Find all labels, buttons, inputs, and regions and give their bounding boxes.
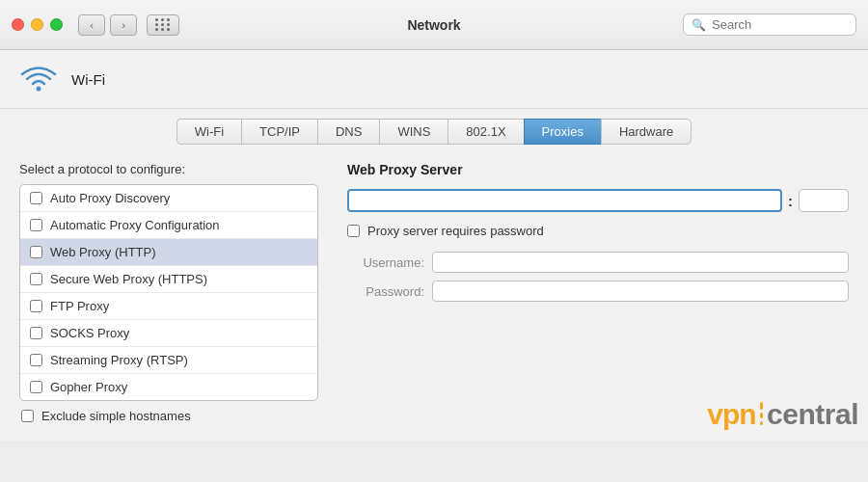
chevron-right-icon: › (122, 19, 125, 31)
grid-button[interactable] (147, 14, 179, 36)
auto-proxy-label: Auto Proxy Discovery (50, 191, 170, 205)
protocol-item-streaming[interactable]: Streaming Proxy (RTSP) (20, 347, 317, 374)
window-title: Network (407, 17, 460, 33)
secure-web-checkbox[interactable] (30, 273, 42, 285)
tab-wifi[interactable]: Wi-Fi (176, 119, 241, 145)
auto-config-label: Automatic Proxy Configuration (50, 218, 220, 232)
protocol-item-web-proxy[interactable]: Web Proxy (HTTP) (20, 239, 317, 266)
watermark-vpn: vpn (707, 398, 755, 431)
forward-button[interactable]: › (110, 14, 137, 36)
watermark: vpn central (707, 398, 858, 431)
protocol-item-socks[interactable]: SOCKS Proxy (20, 320, 317, 347)
password-required-label: Proxy server requires password (367, 224, 544, 238)
watermark-central: central (767, 398, 858, 431)
exclude-checkbox[interactable] (21, 410, 34, 422)
protocol-item-ftp[interactable]: FTP Proxy (20, 293, 317, 320)
exclude-row[interactable]: Exclude simple hostnames (19, 409, 318, 423)
search-icon: 🔍 (692, 18, 706, 32)
server-section: Web Proxy Server : Proxy server requires… (347, 162, 849, 423)
streaming-label: Streaming Proxy (RTSP) (50, 353, 188, 367)
server-input-row: : (347, 189, 849, 212)
tab-proxies[interactable]: Proxies (524, 119, 601, 145)
tab-hardware[interactable]: Hardware (601, 119, 692, 145)
socks-label: SOCKS Proxy (50, 326, 129, 340)
maximize-button[interactable] (50, 18, 63, 31)
content-area: Wi-Fi Wi-Fi TCP/IP DNS WINS 802.1X Proxi… (0, 50, 868, 441)
back-button[interactable]: ‹ (78, 14, 105, 36)
protocol-item-auto-proxy[interactable]: Auto Proxy Discovery (20, 185, 317, 212)
server-title: Web Proxy Server (347, 162, 849, 177)
traffic-lights (12, 18, 63, 31)
svg-point-0 (37, 87, 41, 92)
gopher-label: Gopher Proxy (50, 380, 127, 394)
protocol-item-secure-web[interactable]: Secure Web Proxy (HTTPS) (20, 266, 317, 293)
wifi-header: Wi-Fi (0, 50, 868, 109)
gopher-checkbox[interactable] (30, 381, 42, 393)
socks-checkbox[interactable] (30, 327, 42, 339)
search-input[interactable] (712, 17, 848, 32)
username-input[interactable] (432, 252, 849, 273)
grid-icon (155, 18, 171, 31)
protocol-list: Auto Proxy Discovery Automatic Proxy Con… (19, 184, 318, 401)
main-panel: Select a protocol to configure: Auto Pro… (0, 145, 868, 441)
password-row[interactable]: Proxy server requires password (347, 224, 849, 238)
streaming-checkbox[interactable] (30, 354, 42, 366)
auto-proxy-checkbox[interactable] (30, 192, 42, 204)
password-row-field: Password: (347, 281, 849, 302)
minimize-button[interactable] (31, 18, 43, 31)
protocol-item-gopher[interactable]: Gopher Proxy (20, 374, 317, 400)
password-required-checkbox[interactable] (347, 225, 360, 237)
search-bar[interactable]: 🔍 (683, 13, 856, 36)
username-row: Username: (347, 252, 849, 273)
server-host-input[interactable] (347, 189, 782, 212)
wifi-icon (19, 64, 58, 94)
port-input[interactable] (799, 189, 849, 212)
chevron-left-icon: ‹ (90, 19, 94, 31)
close-button[interactable] (12, 18, 24, 31)
tab-tcpip[interactable]: TCP/IP (241, 119, 317, 145)
titlebar: ‹ › Network 🔍 (0, 0, 868, 50)
tab-wins[interactable]: WINS (379, 119, 448, 145)
colon-separator: : (788, 193, 793, 209)
username-label: Username: (347, 255, 424, 270)
tabs-row: Wi-Fi TCP/IP DNS WINS 802.1X Proxies Har… (0, 109, 868, 145)
password-label: Password: (347, 284, 424, 299)
exclude-label: Exclude simple hostnames (41, 409, 191, 423)
protocol-section: Select a protocol to configure: Auto Pro… (19, 162, 318, 423)
protocol-label: Select a protocol to configure: (19, 162, 318, 176)
ftp-label: FTP Proxy (50, 299, 109, 313)
tab-dns[interactable]: DNS (317, 119, 379, 145)
ftp-checkbox[interactable] (30, 300, 42, 312)
wifi-label: Wi-Fi (71, 71, 105, 88)
protocol-item-auto-config[interactable]: Automatic Proxy Configuration (20, 212, 317, 239)
secure-web-label: Secure Web Proxy (HTTPS) (50, 272, 207, 286)
auto-config-checkbox[interactable] (30, 219, 42, 231)
web-proxy-checkbox[interactable] (30, 246, 42, 258)
watermark-icon (760, 402, 764, 427)
nav-buttons: ‹ › (78, 14, 137, 36)
tab-8021x[interactable]: 802.1X (448, 119, 523, 145)
web-proxy-label: Web Proxy (HTTP) (50, 245, 156, 259)
password-input[interactable] (432, 281, 849, 302)
